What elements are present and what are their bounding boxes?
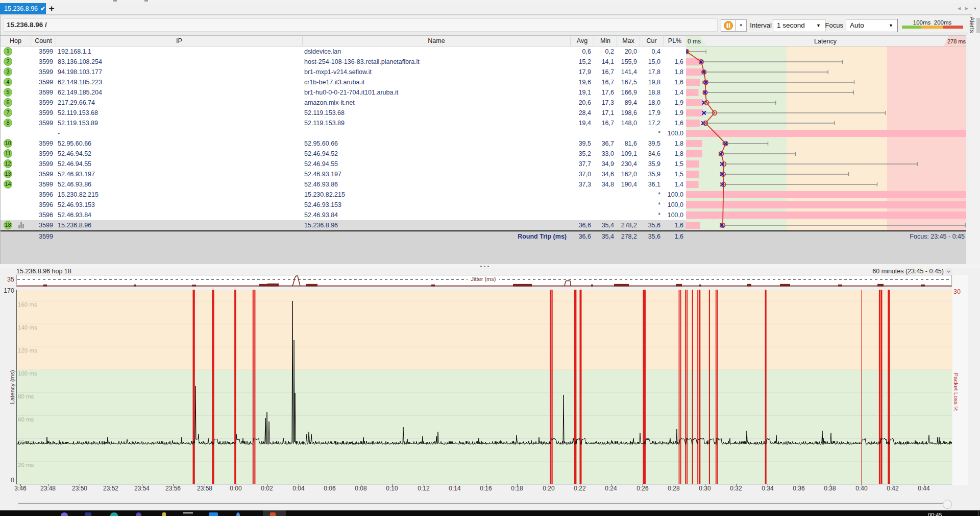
svg-text:100 ms: 100 ms bbox=[18, 370, 37, 377]
svg-text:0 ms: 0 ms bbox=[688, 38, 701, 45]
svg-text:Jitter (ms): Jitter (ms) bbox=[471, 276, 496, 282]
svg-text:80 ms: 80 ms bbox=[18, 393, 34, 400]
svg-text:278 ms: 278 ms bbox=[947, 38, 966, 44]
svg-text:160 ms: 160 ms bbox=[18, 301, 37, 308]
svg-text:Latency: Latency bbox=[814, 38, 837, 45]
svg-text:20 ms: 20 ms bbox=[18, 462, 34, 468]
svg-text:60 ms: 60 ms bbox=[18, 416, 34, 423]
svg-text:120 ms: 120 ms bbox=[18, 347, 37, 354]
svg-text:140 ms: 140 ms bbox=[18, 324, 37, 331]
